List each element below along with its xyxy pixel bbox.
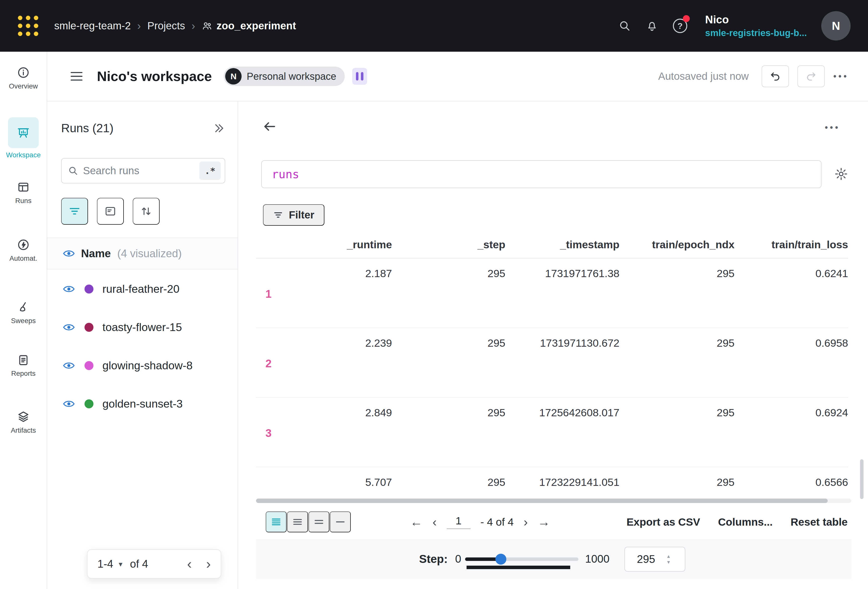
run-list-item[interactable]: golden-sunset-3 — [47, 385, 238, 423]
search-icon[interactable] — [618, 19, 631, 32]
run-list-item[interactable]: rural-feather-20 — [47, 270, 238, 308]
undo-button[interactable] — [762, 65, 789, 87]
avatar[interactable]: N — [821, 11, 850, 40]
vertical-scrollbar[interactable] — [860, 459, 864, 499]
filter-view-toggle[interactable] — [61, 198, 88, 225]
row-height-medium-button[interactable] — [287, 511, 308, 532]
eye-icon[interactable] — [63, 400, 75, 408]
prev-page-icon[interactable]: ‹ — [433, 516, 437, 528]
help-button[interactable]: ? — [673, 19, 687, 33]
sidebar-item-artifacts[interactable]: Artifacts — [0, 410, 47, 434]
run-name[interactable]: rural-feather-20 — [102, 283, 180, 295]
last-page-icon[interactable]: → — [538, 516, 550, 528]
step-slider[interactable] — [465, 557, 579, 561]
user-name: Nico — [705, 13, 807, 26]
search-runs-input[interactable] — [83, 165, 195, 177]
row-index[interactable]: 3 — [266, 427, 272, 439]
eye-icon[interactable] — [63, 362, 75, 369]
top-navbar: smle-reg-team-2 › Projects › zoo_experim… — [0, 0, 868, 52]
filter-button[interactable]: Filter — [263, 204, 325, 226]
breadcrumb-project[interactable]: zoo_experiment — [202, 20, 296, 32]
table-cell: 295 — [619, 328, 735, 397]
scrollbar-thumb[interactable] — [256, 499, 828, 503]
caret-down-icon[interactable]: ▾ — [119, 559, 123, 568]
collapse-panel-icon[interactable] — [213, 122, 225, 134]
columns-button[interactable]: Columns... — [718, 516, 773, 528]
sidebar-item-runs[interactable]: Runs — [0, 180, 47, 205]
run-color-dot — [84, 323, 93, 332]
stepper-up-icon[interactable]: ▴ — [667, 554, 670, 559]
run-list-item[interactable]: glowing-shadow-8 — [47, 347, 238, 385]
query-box[interactable] — [261, 160, 822, 188]
workspace-header: Nico's workspace N Personal workspace Au… — [47, 52, 868, 101]
table-row[interactable]: 4 5.707 295 1723229141.051 295 0.6566 — [256, 467, 848, 496]
row-index[interactable]: 1 — [266, 288, 272, 300]
eye-icon[interactable] — [63, 285, 75, 293]
bell-icon[interactable] — [645, 19, 658, 32]
gear-icon[interactable] — [834, 167, 848, 181]
sidebar-item-sweeps[interactable]: Sweeps — [0, 300, 47, 325]
row-height-single-button[interactable] — [330, 511, 351, 532]
table-header-row: _runtime _step _timestamp train/epoch_nd… — [256, 239, 848, 258]
runs-search[interactable]: .* — [61, 158, 225, 183]
slider-handle[interactable] — [495, 554, 506, 565]
panels-icon[interactable] — [352, 68, 367, 85]
panel-options-icon[interactable]: ••• — [825, 122, 840, 133]
wandb-logo-icon[interactable] — [18, 16, 38, 36]
sidebar-item-reports[interactable]: Reports — [0, 353, 47, 378]
row-height-tall-button[interactable] — [309, 511, 329, 532]
reset-table-button[interactable]: Reset table — [791, 516, 847, 528]
column-header[interactable]: _runtime — [256, 239, 392, 251]
menu-icon[interactable] — [70, 71, 83, 82]
page-number-input[interactable] — [447, 515, 471, 529]
stepper-down-icon[interactable]: ▾ — [667, 559, 670, 565]
breadcrumb-project-name: zoo_experiment — [217, 20, 296, 32]
table-cell: 2.187 — [256, 258, 392, 328]
export-csv-button[interactable]: Export as CSV — [626, 516, 700, 528]
run-name[interactable]: toasty-flower-15 — [102, 321, 182, 334]
table-cell: 0.6924 — [735, 398, 848, 467]
step-value-box[interactable]: ▴ ▾ — [624, 547, 685, 571]
user-block[interactable]: Nico smle-registries-bug-b... — [705, 13, 807, 38]
card-view-toggle[interactable] — [97, 198, 124, 225]
table-cell: 295 — [619, 467, 735, 496]
pager-range[interactable]: 1-4 — [97, 558, 113, 570]
row-index[interactable]: 2 — [266, 357, 272, 370]
sidebar-item-label: Automat. — [9, 254, 37, 263]
column-header[interactable]: train/epoch_ndx — [619, 239, 735, 251]
table-row[interactable]: 1 2.187 295 1731971761.38 295 0.6241 — [256, 258, 848, 328]
runs-name-header[interactable]: Name (4 visualized) — [47, 238, 238, 269]
eye-icon[interactable] — [63, 249, 75, 257]
workspace-badge[interactable]: N Personal workspace — [224, 66, 344, 86]
pager-next-icon[interactable]: › — [206, 557, 211, 571]
breadcrumb-team[interactable]: smle-reg-team-2 — [54, 20, 131, 32]
pager-prev-icon[interactable]: ‹ — [187, 557, 192, 571]
slider-range-bar — [466, 565, 570, 569]
redo-button[interactable] — [797, 65, 825, 87]
regex-toggle[interactable]: .* — [199, 162, 221, 180]
sidebar-item-overview[interactable]: Overview — [0, 66, 47, 90]
run-list-item[interactable]: toasty-flower-15 — [47, 308, 238, 347]
query-input[interactable] — [272, 167, 811, 181]
header-options-icon[interactable]: ••• — [833, 71, 849, 81]
row-height-dense-button[interactable] — [266, 511, 286, 532]
sort-toggle[interactable] — [133, 198, 159, 225]
breadcrumb-projects[interactable]: Projects — [148, 20, 185, 32]
column-header[interactable]: train/train_loss — [735, 239, 848, 251]
horizontal-scrollbar[interactable] — [256, 499, 851, 503]
eye-icon[interactable] — [63, 323, 75, 331]
back-arrow-icon[interactable] — [263, 119, 277, 134]
sidebar-item-workspace[interactable]: Workspace — [0, 117, 47, 159]
first-page-icon[interactable]: ← — [410, 516, 422, 528]
info-icon — [17, 66, 30, 79]
column-header[interactable]: _timestamp — [505, 239, 619, 251]
table-row[interactable]: 3 2.849 295 1725642608.017 295 0.6924 — [256, 398, 848, 467]
step-value-input[interactable] — [625, 553, 667, 565]
table-cell: 0.6958 — [735, 328, 848, 397]
sidebar-item-automations[interactable]: Automat. — [0, 238, 47, 263]
run-name[interactable]: glowing-shadow-8 — [102, 359, 193, 372]
run-name[interactable]: golden-sunset-3 — [102, 397, 183, 410]
column-header[interactable]: _step — [392, 239, 505, 251]
table-row[interactable]: 2 2.239 295 1731971130.672 295 0.6958 — [256, 328, 848, 398]
next-page-icon[interactable]: › — [524, 516, 528, 528]
